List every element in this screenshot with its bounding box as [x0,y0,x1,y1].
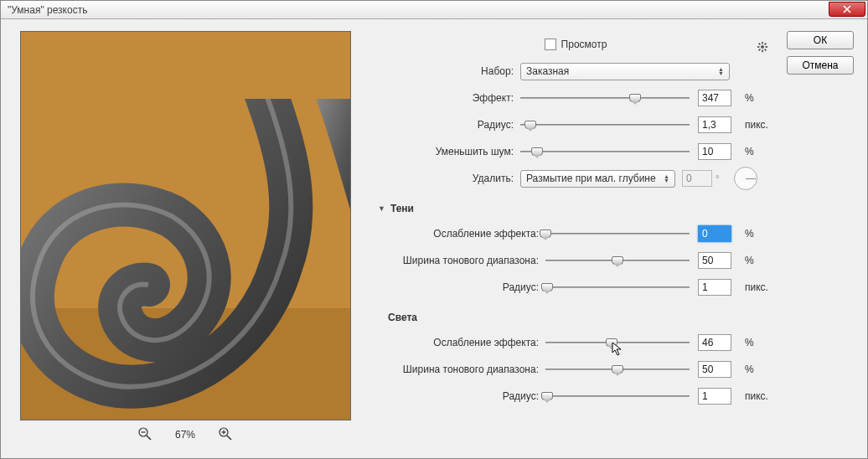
close-button[interactable] [829,2,865,17]
shadows-radius-label: Радиус: [378,281,545,293]
noise-input[interactable] [698,143,731,160]
ok-button[interactable]: ОК [787,31,854,49]
shadows-fade-slider[interactable] [545,228,690,240]
preview-artwork [20,99,351,420]
gear-icon[interactable] [757,41,768,54]
highlights-tonal-slider[interactable] [545,364,690,375]
shadows-fade-label: Ослабление эффекта: [378,228,545,240]
preview-checkbox[interactable] [545,39,556,50]
amount-slider[interactable] [520,92,690,104]
window-title: "Умная" резкость [4,4,87,16]
svg-line-14 [759,44,761,45]
shadows-radius-slider[interactable] [545,281,690,293]
highlights-fade-input[interactable] [698,334,731,351]
highlights-radius-label: Радиус: [378,390,545,402]
zoom-out-icon[interactable] [138,427,152,442]
svg-line-3 [147,436,151,440]
preset-select[interactable]: Заказная ▲▼ [520,63,730,80]
highlights-radius-slider[interactable] [545,390,690,402]
noise-label: Уменьшить шум: [378,146,520,157]
zoom-percent: 67% [175,429,195,441]
shadows-section-header[interactable]: ▼ Тени [378,197,773,220]
cancel-button[interactable]: Отмена [787,56,854,75]
remove-select[interactable]: Размытие при мал. глубине ▲▼ [520,170,675,188]
disclosure-triangle-icon: ▼ [378,204,385,213]
smart-sharpen-dialog: "Умная" резкость [0,0,868,459]
close-icon [843,5,851,13]
highlights-tonal-input[interactable] [698,361,731,378]
amount-label: Эффект: [378,92,520,104]
radius-slider[interactable] [520,119,690,131]
shadows-fade-input[interactable] [698,225,731,242]
highlights-fade-label: Ослабление эффекта: [378,337,545,348]
select-arrows-icon: ▲▼ [664,174,669,183]
radius-label: Радиус: [378,119,520,131]
highlights-tonal-label: Ширина тонового диапазона: [378,364,545,375]
highlights-radius-input[interactable] [698,388,731,405]
svg-point-9 [761,45,764,49]
angle-input: 0 [682,170,712,187]
radius-input[interactable] [698,116,731,133]
svg-line-15 [765,49,767,51]
angle-dial[interactable] [734,167,757,190]
preview-image[interactable] [20,31,351,420]
remove-label: Удалить: [378,173,520,184]
shadows-tonal-input[interactable] [698,252,731,269]
shadows-tonal-slider[interactable] [545,255,690,266]
set-label: Набор: [378,65,520,77]
noise-slider[interactable] [520,146,690,157]
zoom-in-icon[interactable] [219,427,232,442]
svg-line-16 [759,49,761,51]
svg-line-6 [227,436,231,440]
svg-line-17 [765,44,767,45]
amount-input[interactable] [698,90,731,106]
highlights-section-header: Света [378,306,773,329]
preview-checkbox-label: Просмотр [561,39,607,50]
titlebar: "Умная" резкость [1,1,867,19]
shadows-radius-input[interactable] [698,279,731,296]
highlights-fade-slider[interactable] [545,337,690,348]
shadows-tonal-label: Ширина тонового диапазона: [378,255,545,266]
select-arrows-icon: ▲▼ [718,67,724,75]
